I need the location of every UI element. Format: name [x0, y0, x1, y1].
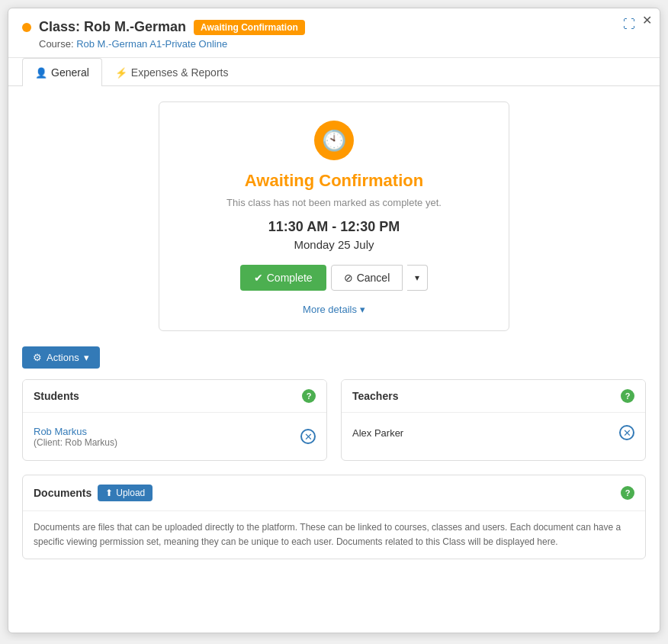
status-badge: Awaiting Confirmation	[194, 20, 305, 35]
student-client: (Client: Rob Markus)	[34, 437, 117, 448]
modal-title: Class: Rob M.-German	[39, 19, 186, 35]
panels-row: Students ? Rob Markus (Client: Rob Marku…	[22, 379, 646, 461]
students-panel-body: Rob Markus (Client: Rob Markus) ✕	[23, 413, 326, 460]
teacher-row: Alex Parker ✕	[352, 420, 634, 445]
actions-label: Actions	[47, 352, 79, 363]
teachers-panel: Teachers ? Alex Parker ✕	[341, 379, 646, 461]
documents-panel: Documents ⬆ Upload ? Documents are files…	[22, 475, 646, 559]
course-subtitle: Course: Rob M.-German A1-Private Online	[22, 38, 646, 50]
upload-label: Upload	[116, 488, 145, 498]
modal-header: Class: Rob M.-German Awaiting Confirmati…	[8, 8, 660, 58]
status-subtitle: This class has not been marked as comple…	[175, 197, 493, 208]
teachers-help-icon[interactable]: ?	[621, 389, 634, 403]
teachers-panel-header: Teachers ?	[342, 380, 645, 413]
documents-body: Documents are files that can be uploaded…	[23, 511, 645, 559]
cancel-label: Cancel	[357, 272, 390, 284]
teachers-title: Teachers	[352, 390, 398, 402]
teacher-name: Alex Parker	[352, 427, 403, 439]
status-dot	[22, 23, 31, 32]
clock-icon: 🕙	[314, 121, 354, 160]
upload-icon: ⬆	[105, 488, 113, 498]
gear-icon: ⚙	[33, 352, 42, 363]
actions-button[interactable]: ⚙ Actions ▾	[22, 346, 100, 369]
class-modal: ✕ ⛶ Class: Rob M.-German Awaiting Confir…	[8, 8, 660, 633]
expenses-tab-icon: ⚡	[115, 67, 127, 79]
close-button[interactable]: ✕	[642, 14, 652, 27]
upload-button[interactable]: ⬆ Upload	[98, 485, 153, 501]
more-details-link[interactable]: More details ▾	[303, 304, 365, 315]
cancel-dropdown-button[interactable]: ▾	[407, 265, 428, 291]
cancel-button[interactable]: ⊘ Cancel	[331, 265, 403, 291]
remove-student-button[interactable]: ✕	[300, 429, 316, 444]
tab-expenses[interactable]: ⚡ Expenses & Reports	[102, 58, 242, 86]
check-icon: ✔	[254, 272, 263, 284]
remove-teacher-button[interactable]: ✕	[619, 425, 634, 440]
documents-title: Documents	[34, 487, 92, 499]
tab-expenses-label: Expenses & Reports	[131, 66, 229, 79]
cancel-icon: ⊘	[344, 272, 353, 284]
title-row: Class: Rob M.-German Awaiting Confirmati…	[22, 19, 646, 35]
expand-icon[interactable]: ⛶	[623, 18, 635, 31]
more-details-icon: ▾	[360, 304, 365, 315]
students-panel-header: Students ?	[23, 380, 326, 413]
student-row: Rob Markus (Client: Rob Markus) ✕	[34, 420, 316, 452]
tab-general-label: General	[51, 66, 89, 79]
course-label: Course:	[39, 38, 74, 50]
more-details-label: More details	[303, 304, 357, 315]
modal-body: 🕙 Awaiting Confirmation This class has n…	[8, 86, 660, 575]
documents-header: Documents ⬆ Upload ?	[23, 475, 645, 511]
class-time: 11:30 AM - 12:30 PM	[175, 219, 493, 235]
students-panel: Students ? Rob Markus (Client: Rob Marku…	[22, 379, 327, 461]
student-info: Rob Markus (Client: Rob Markus)	[34, 425, 117, 448]
actions-dropdown-icon: ▾	[84, 352, 89, 363]
status-card: 🕙 Awaiting Confirmation This class has n…	[159, 101, 509, 331]
students-help-icon[interactable]: ?	[302, 389, 316, 403]
student-name-link[interactable]: Rob Markus	[34, 426, 87, 437]
complete-button[interactable]: ✔ Complete	[240, 265, 326, 291]
documents-title-group: Documents ⬆ Upload	[34, 485, 153, 501]
class-date: Monday 25 July	[175, 238, 493, 251]
course-link[interactable]: Rob M.-German A1-Private Online	[76, 38, 227, 50]
awaiting-title: Awaiting Confirmation	[175, 171, 493, 191]
teachers-panel-body: Alex Parker ✕	[342, 413, 645, 452]
documents-description: Documents are files that can be uploaded…	[34, 520, 634, 549]
documents-help-icon[interactable]: ?	[621, 486, 634, 500]
actions-bar: ⚙ Actions ▾	[22, 346, 646, 369]
general-tab-icon: 👤	[35, 67, 47, 79]
tabs-bar: 👤 General ⚡ Expenses & Reports	[8, 58, 660, 86]
complete-label: Complete	[267, 272, 313, 284]
tab-general[interactable]: 👤 General	[22, 58, 102, 86]
students-title: Students	[34, 390, 79, 402]
action-buttons: ✔ Complete ⊘ Cancel ▾	[175, 265, 493, 291]
